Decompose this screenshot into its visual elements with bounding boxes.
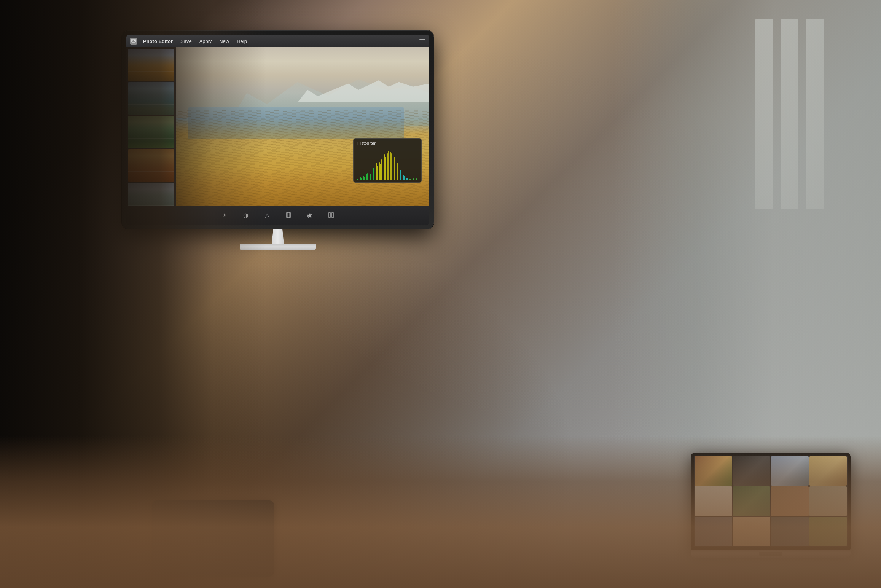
preview-tool[interactable]: ◉ <box>303 208 317 222</box>
histogram-bar <box>367 173 368 180</box>
app-icon <box>130 38 137 45</box>
histogram-bar <box>362 177 362 180</box>
histogram-bar <box>411 178 411 180</box>
svg-rect-2 <box>286 213 291 217</box>
histogram-bar <box>357 179 358 180</box>
scene: Photo Editor Save Apply New Help <box>0 0 881 588</box>
histogram-bar <box>375 169 375 180</box>
svg-point-1 <box>132 40 133 41</box>
histogram-bar <box>368 174 368 180</box>
histogram-bar <box>382 158 382 180</box>
menu-app-name[interactable]: Photo Editor <box>140 37 176 46</box>
histogram-bar <box>395 158 395 180</box>
compare-tool[interactable] <box>324 208 338 222</box>
histogram-bar <box>396 159 396 180</box>
histogram-bar <box>397 163 398 180</box>
histogram-bar <box>403 175 404 180</box>
menu-help[interactable]: Help <box>234 37 250 46</box>
histogram-bar <box>408 178 408 180</box>
histogram-bar <box>381 161 381 180</box>
histogram-bar <box>378 161 378 180</box>
histogram-bar <box>399 166 399 180</box>
histogram-bar <box>390 152 391 180</box>
histogram-bar <box>385 157 386 180</box>
menu-save[interactable]: Save <box>177 37 195 46</box>
histogram-bar <box>413 178 414 180</box>
histogram-bar <box>387 155 387 180</box>
histogram-bar <box>364 177 365 180</box>
histogram-bar <box>418 179 418 180</box>
histogram-bar <box>360 177 361 180</box>
histogram-bar <box>379 159 379 180</box>
histogram-bar <box>374 166 374 180</box>
histogram-bar <box>376 163 377 180</box>
histogram-bar <box>397 161 397 180</box>
histogram-chart <box>354 148 421 182</box>
histogram-bar <box>416 177 416 180</box>
histogram-panel: Histogram <box>353 138 422 183</box>
histogram-bar <box>371 170 371 180</box>
histogram-bar <box>400 170 401 180</box>
histogram-bar <box>403 174 403 180</box>
histogram-bar <box>370 174 371 180</box>
histogram-bar <box>365 175 365 180</box>
histogram-bar <box>398 164 398 180</box>
histogram-bar <box>390 154 390 180</box>
histogram-title: Histogram <box>354 139 421 148</box>
histogram-bar <box>409 179 409 180</box>
histogram-bar <box>406 178 407 180</box>
histogram-bar <box>393 153 393 180</box>
histogram-bar <box>410 179 411 180</box>
svg-rect-0 <box>132 39 135 42</box>
histogram-bar <box>372 170 372 180</box>
histogram-bar <box>373 172 373 180</box>
histogram-bar <box>386 153 386 180</box>
histogram-bar <box>389 153 389 180</box>
histogram-bar <box>414 179 414 180</box>
histogram-bar <box>402 173 402 180</box>
menu-apply[interactable]: Apply <box>196 37 215 46</box>
histogram-bar <box>387 153 388 180</box>
histogram-bar <box>373 168 374 180</box>
histogram-bar <box>407 178 408 180</box>
svg-rect-5 <box>328 213 331 217</box>
histogram-bar <box>391 153 392 180</box>
histogram-bar <box>357 179 357 180</box>
histogram-bar <box>376 164 376 180</box>
histogram-bar <box>366 175 366 180</box>
histogram-bar <box>369 172 369 180</box>
histogram-bar <box>358 178 358 180</box>
photo-editor-icon <box>131 39 136 43</box>
histogram-bar <box>415 178 415 180</box>
histogram-bar <box>360 178 360 180</box>
histogram-bar <box>383 160 383 180</box>
histogram-bar <box>363 177 363 180</box>
hamburger-menu-icon[interactable] <box>419 39 425 43</box>
svg-rect-6 <box>331 213 334 217</box>
histogram-bar <box>392 151 392 180</box>
histogram-bar <box>381 159 382 180</box>
histogram-bar <box>363 176 364 180</box>
histogram-bar <box>412 178 412 180</box>
histogram-bar <box>405 177 405 180</box>
histogram-bar <box>366 174 367 180</box>
histogram-bar <box>384 154 385 180</box>
histogram-bar <box>416 178 417 180</box>
histogram-bar <box>394 155 394 180</box>
histogram-bar <box>379 162 380 180</box>
histogram-bar <box>401 171 401 180</box>
crop-tool[interactable] <box>282 208 295 222</box>
histogram-bar <box>406 177 406 180</box>
histogram-bar <box>388 151 389 180</box>
histogram-bar <box>359 178 359 180</box>
histogram-bar <box>380 164 381 180</box>
menu-new[interactable]: New <box>216 37 232 46</box>
histogram-bar <box>400 168 400 180</box>
desk-surface <box>0 436 881 588</box>
histogram-bar <box>377 166 378 180</box>
imac-neck <box>263 229 293 244</box>
histogram-bar <box>417 179 417 180</box>
histogram-bar <box>404 176 405 180</box>
histogram-bar <box>413 178 413 180</box>
histogram-bar <box>370 171 370 180</box>
